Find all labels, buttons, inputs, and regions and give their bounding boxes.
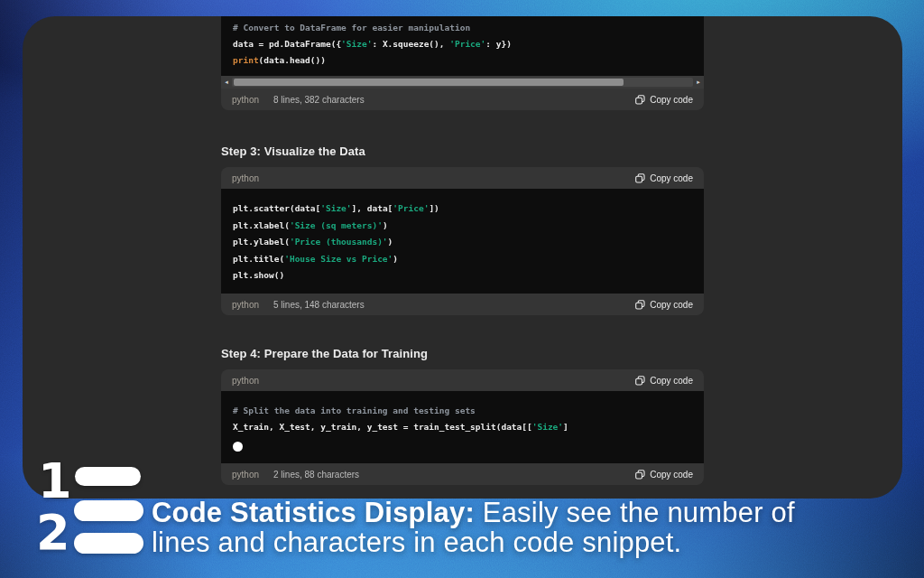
list-bar-icon — [74, 500, 143, 521]
copy-code-button[interactable]: Copy code — [635, 376, 693, 386]
list-bar-icon — [75, 467, 141, 486]
code-block-footer: python 2 lines, 88 characters Copy code — [221, 463, 704, 485]
copy-code-button[interactable]: Copy code — [635, 173, 693, 183]
copy-code-button[interactable]: Copy code — [635, 95, 693, 105]
step-3-heading: Step 3: Visualize the Data — [221, 144, 365, 158]
code-stats: 5 lines, 148 characters — [273, 300, 365, 310]
copy-icon — [635, 470, 645, 480]
promo-screenshot: # Convert to DataFrame for easier manipu… — [0, 0, 924, 578]
code-block-footer: python 8 lines, 382 characters Copy code — [221, 89, 704, 110]
caption-line1: Easily see the number of — [475, 497, 795, 528]
horizontal-scrollbar[interactable]: ◂ ▸ — [221, 76, 704, 89]
code-block-footer: python 5 lines, 148 characters Copy code — [221, 294, 704, 315]
feature-caption: Code Statistics Display: Easily see the … — [152, 498, 914, 557]
list-bar-icon — [74, 533, 143, 554]
copy-code-label: Copy code — [650, 470, 693, 480]
caption-line2: lines and characters in each code snippe… — [152, 527, 681, 558]
code-block-2: python Copy code plt.scatter(data['Size'… — [221, 167, 704, 315]
caption-title: Code Statistics Display: — [152, 497, 475, 528]
scrollbar-thumb[interactable] — [234, 79, 624, 86]
language-label: python — [232, 376, 259, 386]
code-block-header: python Copy code — [221, 167, 704, 189]
copy-code-label: Copy code — [650, 95, 693, 105]
copy-icon — [635, 300, 645, 310]
copy-icon — [635, 173, 645, 183]
scroll-left-icon[interactable]: ◂ — [221, 76, 232, 89]
list-number-1: 1 — [38, 457, 72, 506]
code-content: # Convert to DataFrame for easier manipu… — [221, 16, 704, 76]
copy-code-label: Copy code — [650, 300, 693, 310]
scrollbar-track[interactable] — [232, 78, 693, 87]
streaming-cursor-dot — [233, 442, 243, 452]
code-stats: 2 lines, 88 characters — [273, 470, 359, 480]
copy-code-button[interactable]: Copy code — [635, 300, 693, 310]
copy-icon — [635, 95, 645, 105]
code-stats: 8 lines, 382 characters — [273, 95, 365, 105]
copy-icon — [635, 376, 645, 386]
language-label: python — [232, 470, 259, 480]
code-block-3: python Copy code # Split the data into t… — [221, 369, 704, 485]
code-content: plt.scatter(data['Size'], data['Price'])… — [221, 189, 704, 294]
list-number-2: 2 — [36, 508, 70, 557]
language-label: python — [232, 173, 259, 183]
step-4-heading: Step 4: Prepare the Data for Training — [221, 347, 428, 360]
scroll-right-icon[interactable]: ▸ — [693, 76, 704, 89]
copy-code-label: Copy code — [650, 376, 693, 386]
copy-code-label: Copy code — [650, 173, 693, 183]
copy-code-button[interactable]: Copy code — [635, 470, 693, 480]
code-block-header: python Copy code — [221, 369, 704, 391]
code-block-1: # Convert to DataFrame for easier manipu… — [221, 16, 704, 110]
code-content: # Split the data into training and testi… — [221, 391, 704, 463]
language-label: python — [232, 300, 259, 310]
language-label: python — [232, 95, 259, 105]
